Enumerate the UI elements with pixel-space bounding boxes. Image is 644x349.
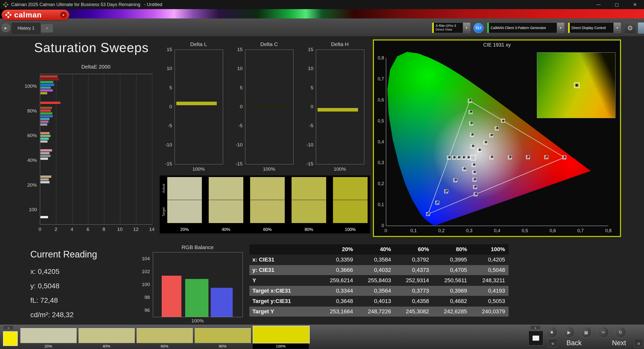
chevron-down-icon[interactable]: ▾ [613, 23, 621, 33]
add-layout-tab-button[interactable]: + [41, 24, 53, 32]
collapse-side-panel-button[interactable] [638, 22, 644, 34]
table-cell: 242,6285 [433, 307, 470, 317]
deltae-bar [40, 78, 59, 80]
close-button[interactable]: ✕ [626, 0, 644, 9]
deltae-bar [40, 112, 52, 115]
grid-line [136, 74, 136, 224]
table-cell: 255,8403 [356, 275, 394, 286]
table-row: x: CIE310,33590,35840,37920,39950,4205 [249, 255, 509, 265]
pattern-window-button[interactable] [529, 331, 543, 345]
collapse-left-tray-button[interactable]: ▲ [3, 325, 14, 330]
table-cell: 0,3995 [433, 255, 470, 265]
expand-history-panel-button[interactable]: ▶ [2, 24, 10, 32]
deltae-bar [40, 110, 51, 112]
table-cell: 0,4205 [471, 255, 509, 265]
patch-swatch-label: 60% [136, 344, 193, 348]
calman-logo-menu[interactable]: calman ▾ [2, 10, 69, 20]
row-label: Target y:CIE31 [249, 296, 319, 307]
table-cell: 259,6214 [319, 275, 356, 286]
link-button[interactable]: ∞ [598, 327, 609, 338]
measured-point [491, 156, 493, 158]
meter-dropdown[interactable]: X-Rite i1Pro 3 Direct View ▾ [432, 23, 470, 33]
chevron-down-icon[interactable]: ▾ [463, 23, 470, 33]
y-tick-label: -5 [168, 123, 172, 128]
column-header: 60% [395, 244, 433, 255]
actual-swatch [292, 177, 326, 200]
deltae-bar [40, 181, 50, 183]
measured-point [463, 156, 465, 159]
patch-swatch-20%[interactable] [20, 328, 77, 343]
deltae-bar [40, 75, 58, 78]
y-tick-label: 5 [240, 85, 243, 91]
table-cell: 0,3648 [319, 296, 356, 307]
measured-point [469, 99, 472, 102]
x-tick-label: 0,6 [550, 228, 556, 233]
y-tick-label: 0,6 [378, 97, 384, 102]
y-tick-label: 0 [381, 223, 384, 228]
pattern-generator-dropdown[interactable]: CalMAN Client 3 Pattern Generator ▾ [487, 23, 564, 33]
table-row: Y259,6214255,8403252,9314250,5611248,321… [249, 275, 509, 286]
saturation-column: 20% [167, 177, 202, 232]
next-page-button[interactable]: » [634, 339, 643, 347]
patch-swatch-100%[interactable] [253, 326, 310, 343]
patch-swatch-40%[interactable] [78, 328, 135, 343]
saturation-swatch-strip: Actual Target 20%40%60%80%100% [160, 176, 370, 233]
tab-history-1[interactable]: History 1 [12, 23, 40, 34]
maximize-button[interactable]: ▢ [608, 0, 626, 9]
next-button[interactable]: Next [604, 338, 634, 347]
x-tick-label: 4 [70, 227, 73, 232]
previous-page-button[interactable]: « [548, 339, 557, 347]
app-icon [3, 2, 9, 7]
chevron-down-icon[interactable]: ▾ [557, 23, 564, 33]
saturation-column-label: 100% [333, 227, 368, 232]
refresh-button[interactable]: ↻ [615, 327, 626, 338]
y-tick-label: 20% [27, 182, 37, 188]
display-control-dropdown[interactable]: Direct Display Control ▾ [568, 23, 621, 33]
grid-line [152, 74, 152, 224]
collapse-right-tray-button[interactable]: ▲ [530, 325, 541, 330]
y-tick-label: -5 [309, 123, 313, 128]
x-tick-label: 6 [87, 227, 89, 232]
measured-point [455, 178, 457, 181]
column-header: 20% [319, 244, 356, 255]
x-tick-label: 0,5 [522, 228, 528, 233]
gear-icon[interactable]: ⚙ [624, 22, 636, 34]
column-header: 40% [356, 244, 394, 255]
deltae-bar [40, 89, 53, 92]
pattern-window-icon [533, 336, 539, 341]
minimize-button[interactable]: — [589, 0, 608, 9]
target-swatch [209, 200, 243, 223]
x-tick-label: 14 [149, 227, 154, 232]
save-button[interactable]: ▦ [581, 327, 592, 338]
y-tick-label: 10 [308, 66, 313, 71]
measured-point [467, 156, 470, 159]
saturation-column: 40% [209, 177, 243, 232]
delta-c-y-axis: 151050-5-10-15 [233, 50, 244, 164]
y-tick-label: 60% [27, 133, 37, 138]
y-tick-label: 0,4 [378, 139, 384, 144]
table-cell: 0,3969 [433, 286, 470, 296]
patch-swatch-80%[interactable] [195, 328, 251, 343]
delta-value-bar [318, 108, 358, 112]
deltae-bar [40, 115, 53, 117]
patch-swatch-label: 100% [253, 343, 309, 349]
deltae-bar [40, 118, 50, 120]
table-cell: 0,3792 [395, 255, 433, 265]
table-cell: 0,3584 [356, 255, 394, 265]
patch-swatch-60%[interactable] [136, 328, 193, 343]
y-tick-label: 15 [167, 47, 172, 52]
target-swatch [333, 200, 368, 223]
actual-swatch [209, 177, 243, 200]
deltae-y-axis: 100%80%60%40%20%100 [18, 74, 38, 224]
stop-button[interactable]: ■ [546, 327, 557, 338]
play-button[interactable]: ▶ [563, 327, 575, 338]
deltae-bar [40, 149, 52, 151]
calman-diamond-icon [5, 12, 12, 18]
spectrum-strip [0, 9, 644, 18]
delta-h-plot [316, 50, 364, 164]
deltae-bar [40, 178, 49, 181]
table-corner-cell [249, 244, 319, 255]
y-tick-label: 100% [25, 83, 37, 89]
meter-status-badge[interactable]: 717 [473, 23, 484, 33]
back-button[interactable]: Back [559, 338, 589, 347]
